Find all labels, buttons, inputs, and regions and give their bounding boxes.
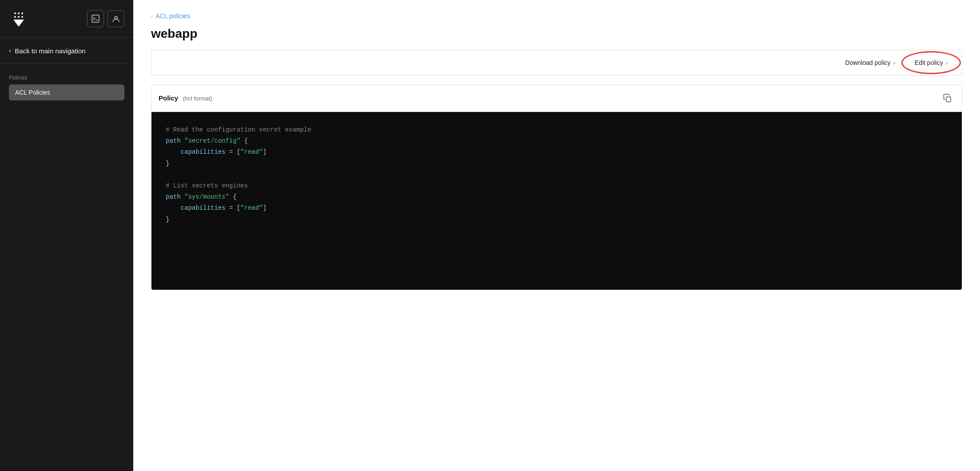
logo: [9, 9, 28, 28]
code-line-5: [166, 169, 948, 180]
copy-icon: [943, 94, 952, 103]
policy-title-container: Policy (hcl format): [159, 94, 212, 102]
code-line-8: capabilities = ["read"]: [166, 203, 948, 214]
breadcrumb: ‹ ACL policies: [151, 12, 962, 20]
code-line-7: path "sys/mounts" {: [166, 192, 948, 203]
svg-point-10: [115, 16, 117, 19]
policies-section: Policies ACL Policies: [0, 64, 133, 104]
edit-chevron-icon: ›: [946, 60, 948, 66]
svg-rect-11: [946, 97, 951, 102]
svg-rect-8: [92, 15, 99, 22]
breadcrumb-back-icon: ‹: [151, 13, 153, 20]
policies-section-label: Policies: [9, 75, 124, 81]
svg-point-2: [18, 12, 20, 14]
acl-policies-label: ACL Policies: [15, 89, 50, 96]
svg-point-1: [14, 12, 16, 14]
header-icons: [87, 10, 124, 27]
main-content-area: ‹ ACL policies webapp Download policy › …: [133, 0, 980, 471]
code-line-3: capabilities = ["read"]: [166, 147, 948, 158]
policy-header: Policy (hcl format): [151, 85, 962, 112]
code-line-2: path "secret/config" {: [166, 136, 948, 147]
code-line-9: }: [166, 214, 948, 225]
user-button[interactable]: [108, 10, 124, 27]
svg-point-5: [18, 16, 20, 18]
download-chevron-icon: ›: [893, 60, 895, 66]
sidebar-item-acl-policies[interactable]: ACL Policies: [9, 84, 124, 100]
back-chevron-icon: ‹: [9, 47, 11, 55]
back-to-main-nav[interactable]: ‹ Back to main navigation: [0, 38, 133, 64]
svg-point-6: [21, 16, 23, 18]
policy-format-label: (hcl format): [183, 95, 212, 102]
code-line-4: }: [166, 158, 948, 169]
code-block: # Read the configuration secret example …: [151, 112, 962, 290]
main-content: ‹ ACL policies webapp Download policy › …: [133, 0, 980, 471]
sidebar-header: [0, 0, 133, 38]
sidebar: ‹ Back to main navigation Policies ACL P…: [0, 0, 133, 471]
policy-section: Policy (hcl format) # Read the configura…: [151, 84, 962, 290]
code-line-6: # List secrets engines: [166, 180, 948, 192]
breadcrumb-acl-policies-link[interactable]: ACL policies: [155, 12, 190, 20]
svg-point-4: [14, 16, 16, 18]
edit-policy-label: Edit policy: [915, 59, 943, 66]
edit-policy-wrapper: Edit policy ›: [908, 56, 955, 70]
download-policy-button[interactable]: Download policy ›: [838, 56, 902, 70]
user-icon: [112, 15, 120, 23]
page-title: webapp: [151, 27, 962, 41]
terminal-icon: [92, 15, 100, 23]
svg-point-3: [21, 12, 23, 14]
terminal-button[interactable]: [87, 10, 104, 27]
download-policy-label: Download policy: [845, 59, 891, 66]
back-nav-label: Back to main navigation: [15, 47, 85, 55]
vault-logo-icon: [9, 9, 28, 28]
actions-bar: Download policy › Edit policy ›: [151, 50, 962, 76]
edit-policy-button[interactable]: Edit policy ›: [908, 56, 955, 70]
copy-policy-button[interactable]: [940, 91, 955, 105]
policy-section-title: Policy: [159, 94, 178, 102]
code-line-1: # Read the configuration secret example: [166, 124, 948, 136]
